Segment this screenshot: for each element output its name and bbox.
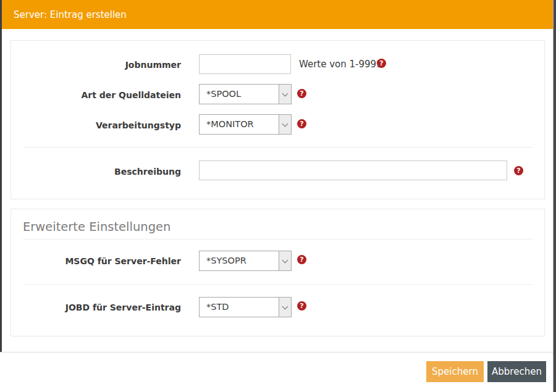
chevron-down-icon	[282, 90, 289, 96]
msgq-value: *SYSOPR	[206, 251, 277, 270]
help-icon-jobnummer[interactable]: ?	[377, 59, 386, 68]
select-arrow-button[interactable]	[279, 298, 291, 317]
description-field[interactable]	[199, 161, 507, 180]
help-icon-quelldateien[interactable]: ?	[297, 89, 306, 98]
source-type-value: *SPOOL	[206, 85, 277, 104]
footer-divider	[0, 352, 553, 352]
select-arrow-button[interactable]	[279, 251, 291, 270]
source-type-select[interactable]: *SPOOL	[199, 84, 292, 104]
processing-type-select[interactable]: *MONITOR	[199, 114, 292, 135]
jobnummer-hint: Werte von 1-9999	[299, 59, 382, 70]
chevron-down-icon	[282, 303, 289, 309]
cancel-button[interactable]: Abbrechen	[487, 361, 546, 382]
heading-divider	[23, 239, 533, 240]
save-button[interactable]: Speichern	[426, 361, 484, 382]
chevron-down-icon	[282, 120, 289, 127]
background-page-right-edge	[553, 0, 556, 392]
msgq-select[interactable]: *SYSOPR	[199, 251, 292, 271]
jobnummer-field[interactable]	[199, 54, 291, 74]
chevron-down-icon	[282, 257, 289, 263]
select-arrow-button[interactable]	[279, 115, 291, 134]
select-arrow-button[interactable]	[279, 85, 291, 104]
processing-type-value: *MONITOR	[206, 115, 277, 134]
advanced-settings-heading: Erweiterte Einstellungen	[23, 220, 171, 234]
verarbeitungstyp-label: Verarbeitungstyp	[11, 120, 181, 130]
help-icon-jobd[interactable]: ?	[297, 301, 306, 311]
help-icon-verarbeitungstyp[interactable]: ?	[297, 119, 306, 128]
jobd-label: JOBD für Server-Eintrag	[11, 302, 181, 312]
jobnummer-label: Jobnummer	[11, 60, 181, 70]
background-page-left-edge	[0, 0, 2, 352]
jobd-value: *STD	[206, 298, 277, 317]
modal-titlebar: Server: Eintrag erstellen	[2, 0, 553, 29]
msgq-label: MSGQ für Server-Fehler	[11, 256, 181, 266]
quelldateien-label: Art der Quelldateien	[11, 90, 181, 100]
help-icon-beschreibung[interactable]: ?	[514, 166, 523, 175]
section-divider	[23, 147, 533, 148]
page-title: Server: Eintrag erstellen	[14, 9, 127, 20]
jobd-select[interactable]: *STD	[199, 297, 292, 317]
help-icon-msgq[interactable]: ?	[297, 255, 306, 264]
row-divider	[23, 284, 533, 285]
beschreibung-label: Beschreibung	[11, 167, 181, 177]
